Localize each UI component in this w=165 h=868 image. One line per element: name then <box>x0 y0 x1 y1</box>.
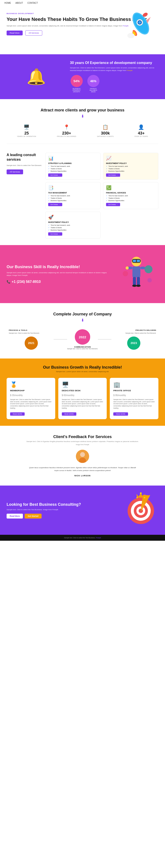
service-item-f3: ✓Business Opportunities <box>106 199 156 202</box>
stat-circle-2: 46% <box>87 75 100 87</box>
svg-rect-22 <box>137 277 140 286</box>
purple-freepik-link[interactable]: Freepik <box>127 69 133 71</box>
service-icon-investment2: 🚀 <box>48 215 98 220</box>
service-item-t2: ✓Trades & Stocks <box>48 197 98 199</box>
services-left-panel: A leading consult services Sample text. … <box>7 153 42 239</box>
stat-finance: 46% FINANCE VALUABLE IDEAS <box>87 75 100 93</box>
businessman-image <box>114 252 158 297</box>
target-image <box>123 492 158 528</box>
hero-all-services-button[interactable]: All Services <box>25 30 42 36</box>
stat-label-1: BUSINESS STRATEGY GROWTH <box>70 88 83 93</box>
cta-content: Looking for Best Business Consulting? Sa… <box>7 502 119 518</box>
stat-over25-label: OVER 25 YEARS <box>134 135 148 137</box>
svg-point-5 <box>138 21 141 24</box>
service-details-strategy[interactable]: Get Details → <box>48 174 62 177</box>
cta-heading: Looking for Best Business Consulting? <box>7 502 119 507</box>
cta-section: Looking for Best Business Consulting? Sa… <box>0 486 165 535</box>
testimonial-quote: Quam lacus suspendisse faucibus interdum… <box>28 466 138 472</box>
stat-label-2: FINANCE VALUABLE IDEAS <box>87 88 100 93</box>
service-card-tax: 📑 TAX MANAGEMENT ✓Time for lead research… <box>45 182 101 209</box>
pink-section: Our Business Skill is Really Incredible!… <box>0 245 165 303</box>
pricing-private-type: PRIVATE OFFICE <box>113 390 155 392</box>
svg-point-27 <box>147 278 152 282</box>
service-details-tax[interactable]: Get Details → <box>48 203 62 206</box>
service-details-financial[interactable]: Get Details → <box>106 203 120 206</box>
journey-timeline: PROCESS & TOOLS Sample text. Click to se… <box>7 329 158 350</box>
stat-over25-number: 43+ <box>134 131 148 135</box>
timeline-left-heading: PROCESS & TOOLS <box>9 329 54 331</box>
cta-desc: Sample text. Click to select the Text Bu… <box>7 508 119 510</box>
timeline-left: PROCESS & TOOLS Sample text. Click to se… <box>9 329 54 350</box>
year-2021: 2021 <box>25 337 38 350</box>
footer-freepik-link[interactable]: Freepik <box>96 537 101 538</box>
pricing-dedicated-btn[interactable]: READ MORE <box>62 412 76 416</box>
timeline-center-desc: Sample text. Click to select the Text El… <box>67 348 98 349</box>
pricing-dedicated-icon: 🖥️ <box>62 381 103 388</box>
stats-circles: 54% BUSINESS STRATEGY GROWTH 46% FINANCE… <box>70 75 158 93</box>
service-item-f2: ✓Trades & Stocks <box>106 197 156 199</box>
bell-icon: 🔔 <box>27 68 46 86</box>
timeline-left-desc: Sample text. Click to select the Text El… <box>9 332 54 334</box>
service-item-ip3: ✓Business Opportunities <box>48 229 98 231</box>
service-icon-strategy: 📊 <box>48 156 98 161</box>
service-item-i1: ✓Time for lead research, work <box>106 165 156 167</box>
stat-clients-number: 300k <box>97 131 114 135</box>
stats-row: 🖥️ 25 YEARS OF OPERATION 📍 230+ PROJECTS… <box>7 122 158 144</box>
purple-section: 🔔 30 years Of Experience of development … <box>0 54 165 99</box>
journey-section: Complete Journey of Company ⬇ PROCESS & … <box>0 303 165 359</box>
pricing-private-btn[interactable]: READ MORE <box>113 412 128 416</box>
service-details-investment2[interactable]: Get Details → <box>48 232 62 236</box>
testimonial-author: NICK LARSON <box>7 474 158 477</box>
pink-content: Our Business Skill is Really Incredible!… <box>7 265 110 283</box>
target-svg <box>123 492 158 527</box>
attract-heading: Attract more clients and grow your busin… <box>7 108 158 113</box>
nav-link-home[interactable]: HOME <box>4 2 11 4</box>
services-heading: A leading consult services <box>7 153 42 162</box>
avatar <box>76 450 89 463</box>
pricing-dedicated-desc: Sample text. Click to select the Text El… <box>62 399 103 409</box>
testimonials-heading: Client's Feedback For Services <box>7 435 158 439</box>
purple-image-area: 🔔 <box>7 68 65 86</box>
year-2022: 2022 <box>75 329 90 345</box>
hero-read-more-button[interactable]: Read More <box>7 31 23 35</box>
stat-clients: 📋 300k SATISFIED CLIENTS <box>97 124 114 137</box>
service-card-strategy: 📊 STRATEGY & PLANNING ✓Time for lead res… <box>45 153 101 180</box>
svg-rect-21 <box>133 277 136 286</box>
testimonials-section: Client's Feedback For Services Sample te… <box>0 426 165 486</box>
businessman-svg <box>114 252 158 296</box>
purple-desc: Sample text. Click to select the Text El… <box>70 67 158 72</box>
pricing-grid: 🏅 MEMBERSHIP $ 35/monthly Sample text. C… <box>7 378 158 419</box>
stat-years-label: YEARS OF OPERATION <box>17 135 36 137</box>
nav-link-about[interactable]: ABOUT <box>16 2 23 4</box>
communication-label: COMMUNICATION <box>67 346 98 348</box>
svg-point-11 <box>119 33 127 38</box>
service-item-t3: ✓Business Opportunities <box>48 199 98 202</box>
services-section: A leading consult services Sample text. … <box>0 148 165 245</box>
timeline-right: PROJECTS DELIVERD Sample text. Click to … <box>111 329 156 350</box>
footer-text: Sample text. Click to select the Text Bu… <box>4 537 161 538</box>
pricing-private-price: $ 95/monthly <box>113 393 155 397</box>
hero-section: BUSINESS DEVELOPMENT Your Have Needs The… <box>0 6 165 54</box>
cta-get-started-button[interactable]: Get Started <box>25 514 42 519</box>
service-title-strategy: STRATEGY & PLANNING <box>48 162 98 164</box>
stat-projects-number: 230+ <box>57 131 76 135</box>
service-item-s1: ✓Time for lead research, work <box>48 165 98 167</box>
pricing-membership-btn[interactable]: READ MORE <box>10 412 25 416</box>
svg-rect-16 <box>137 260 140 262</box>
stat-over25: 👤 43+ OVER 25 YEARS <box>134 124 148 137</box>
cta-read-more-button[interactable]: Read More <box>7 514 23 519</box>
pricing-private-icon: 🏢 <box>113 381 155 388</box>
phone-text: +1 (234) 567-8910 <box>12 280 41 284</box>
svg-point-23 <box>132 285 137 287</box>
stat-clients-icon: 📋 <box>97 124 114 130</box>
service-details-investment[interactable]: Get Details → <box>106 174 120 177</box>
cta-buttons: Read More Get Started <box>7 514 119 519</box>
service-card-financial: 💹 FINANCIAL ADVICES ✓Time for lead resea… <box>103 182 158 209</box>
service-item-s2: ✓Trades & Stocks <box>48 168 98 170</box>
svg-point-12 <box>128 33 134 38</box>
nav-link-contact[interactable]: CONTACT <box>27 2 38 4</box>
services-all-button[interactable]: All Services <box>7 169 23 174</box>
svg-point-39 <box>140 492 142 494</box>
journey-heading: Complete Journey of Company <box>7 312 158 316</box>
journey-arrow-icon: ⬇ <box>7 318 158 323</box>
